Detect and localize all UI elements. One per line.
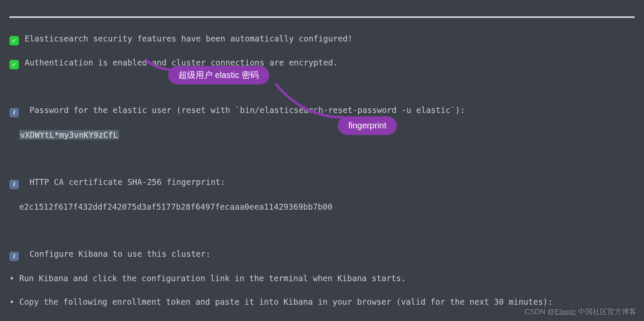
kibana-step-2: • Copy the following enrollment token an…	[9, 296, 635, 308]
kibana-info-line: i Configure Kibana to use this cluster:	[9, 248, 635, 261]
check-icon: ✓	[9, 36, 19, 45]
annotation-fingerprint: fingerprint	[338, 116, 397, 135]
ca-info-line: i HTTP CA certificate SHA-256 fingerprin…	[9, 176, 635, 189]
security-configured-text: Elasticsearch security features have bee…	[24, 34, 352, 43]
info-icon: i	[9, 180, 19, 189]
annotation-password-label: 超级用户 elastic 密码	[178, 70, 259, 80]
check-icon: ✓	[9, 60, 19, 69]
annotation-password: 超级用户 elastic 密码	[168, 66, 269, 84]
annotation-arrow-icon	[278, 99, 347, 123]
info-icon: i	[9, 252, 19, 261]
kibana-step-1: • Run Kibana and click the configuration…	[9, 273, 635, 285]
security-configured-line: ✓ Elasticsearch security features have b…	[9, 33, 635, 45]
annotation-arrow-icon	[147, 62, 177, 75]
password-info-label: Password for the elastic user (reset wit…	[30, 105, 465, 115]
ca-info-label: HTTP CA certificate SHA-256 fingerprint:	[30, 177, 226, 187]
auth-enabled-line: ✓ Authentication is enabled and cluster …	[9, 57, 635, 69]
kibana-info-label: Configure Kibana to use this cluster:	[30, 249, 211, 259]
terminal-output: ✓ Elasticsearch security features have b…	[0, 0, 644, 321]
annotation-fingerprint-label: fingerprint	[348, 121, 386, 130]
password-value-line: vXDWYtL*my3vnKY9zCfL	[9, 129, 635, 141]
elastic-password-value: vXDWYtL*my3vnKY9zCfL	[19, 130, 119, 140]
ca-fingerprint-value: e2c1512f617f432ddf242075d3af5177b28f6497…	[9, 201, 635, 213]
info-icon: i	[9, 108, 19, 117]
separator-rule	[9, 16, 635, 18]
